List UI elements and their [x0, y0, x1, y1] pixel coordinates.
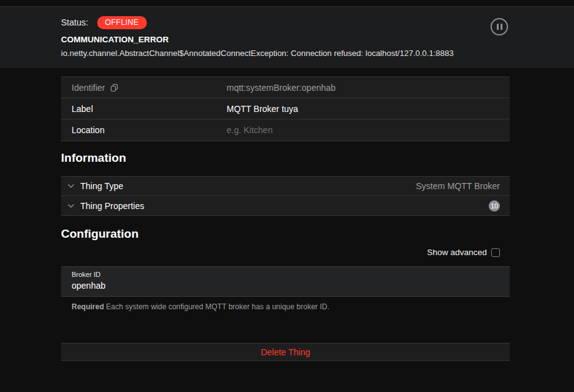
broker-id-field: Broker ID [61, 266, 510, 297]
copy-icon[interactable] [110, 83, 118, 92]
thing-type-value: System MQTT Broker [416, 181, 500, 191]
thing-properties-label-wrap: Thing Properties [67, 201, 489, 211]
identifier-row: Identifier mqtt:systemBroker:openhab [61, 77, 510, 98]
label-label: Label [72, 104, 227, 114]
thing-type-label: Thing Type [80, 181, 123, 191]
label-input[interactable] [227, 104, 500, 114]
delete-thing-label: Delete Thing [261, 347, 310, 357]
location-row: Location [61, 119, 510, 141]
location-label: Location [72, 125, 227, 135]
thing-type-accordion[interactable]: Thing Type System MQTT Broker [61, 177, 510, 196]
show-advanced-toggle[interactable]: Show advanced [427, 248, 500, 257]
identity-list: Identifier mqtt:systemBroker:openhab Lab… [61, 77, 510, 141]
identifier-label-wrap: Identifier [72, 83, 227, 93]
location-input[interactable] [227, 125, 500, 135]
information-list: Thing Type System MQTT Broker Thing Prop… [61, 176, 510, 216]
thing-edit-content: Identifier mqtt:systemBroker:openhab Lab… [61, 0, 510, 392]
information-section-title: Information [61, 151, 126, 165]
show-advanced-checkbox[interactable] [491, 248, 500, 257]
identifier-label: Identifier [72, 83, 105, 93]
hint-text: Each system wide configured MQTT broker … [106, 302, 329, 311]
broker-id-hint: Required Each system wide configured MQT… [72, 302, 501, 311]
hint-required-label: Required [72, 302, 104, 311]
thing-properties-accordion[interactable]: Thing Properties 10 [61, 196, 510, 215]
thing-type-label-wrap: Thing Type [67, 181, 416, 191]
show-advanced-label: Show advanced [427, 248, 487, 257]
label-row: Label [61, 98, 510, 119]
chevron-down-icon [67, 184, 75, 189]
properties-count-badge: 10 [489, 200, 500, 212]
chevron-down-icon [67, 203, 75, 208]
thing-properties-label: Thing Properties [80, 201, 144, 211]
broker-id-label: Broker ID [72, 271, 500, 278]
delete-thing-button[interactable]: Delete Thing [61, 343, 510, 361]
broker-id-input[interactable] [72, 281, 500, 291]
identifier-value: mqtt:systemBroker:openhab [227, 83, 500, 93]
configuration-section-title: Configuration [61, 227, 139, 241]
